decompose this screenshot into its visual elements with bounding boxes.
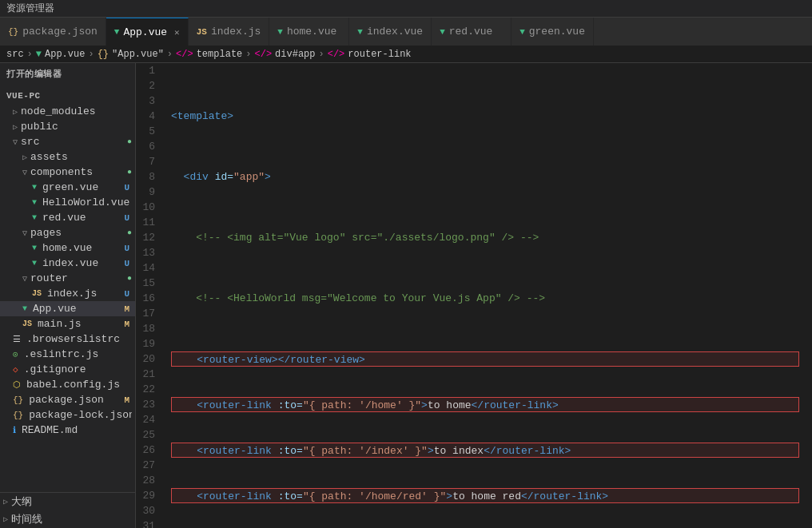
line-num-4: 4	[142, 109, 155, 124]
sidebar-item-pages[interactable]: ▽ pages ●	[0, 225, 135, 240]
sidebar-item-green-vue[interactable]: ▼ green.vue U	[0, 180, 135, 195]
js-icon: JS	[22, 320, 32, 328]
tab-label-red-vue: red.vue	[449, 26, 493, 38]
arrow-icon: ▽	[22, 168, 27, 177]
line-num-21: 21	[142, 367, 155, 382]
json-icon: {}	[13, 395, 23, 405]
line-num-13: 13	[142, 245, 155, 260]
breadcrumb-template[interactable]: template	[197, 49, 243, 60]
tab-package-json[interactable]: {} package.json	[0, 18, 106, 46]
sidebar-item-assets[interactable]: ▷ assets	[0, 149, 135, 165]
tab-index-vue[interactable]: ▼ index.vue	[349, 18, 432, 46]
sidebar-item-src[interactable]: ▽ src ●	[0, 134, 135, 149]
sidebar-item-gitignore[interactable]: ◇ .gitignore	[0, 362, 135, 377]
sidebar-item-node-modules[interactable]: ▷ node_modules	[0, 104, 135, 119]
sidebar: 打开的编辑器 VUE-PC ▷ node_modules ▷ public ▽ …	[0, 63, 136, 528]
line-num-22: 22	[142, 382, 155, 397]
tab-app-vue[interactable]: ▼ App.vue ✕	[106, 18, 189, 46]
sidebar-item-public[interactable]: ▷ public	[0, 119, 135, 134]
arrow-icon: ▷	[13, 122, 18, 132]
line-num-20: 20	[142, 351, 155, 367]
main-js-badge: M	[121, 319, 132, 330]
arrow-icon: ▷	[3, 497, 8, 506]
vue-icon: ▼	[32, 244, 37, 252]
config-icon: ☰	[13, 334, 21, 344]
tab-label-package-json: package.json	[22, 26, 98, 38]
red-vue-icon: ▼	[440, 27, 445, 37]
breadcrumb-brackets-icon: {}	[98, 49, 109, 60]
components-label: components	[30, 166, 124, 178]
breadcrumb-vue-icon: ▼	[36, 49, 42, 60]
main-js-label: main.js	[35, 318, 118, 330]
tab-label-index-vue: index.vue	[367, 26, 423, 38]
sidebar-item-helloworld[interactable]: ▼ HelloWorld.vue	[0, 195, 135, 210]
helloworld-label: HelloWorld.vue	[40, 197, 132, 208]
line-num-12: 12	[142, 230, 155, 245]
editor-area: 1 2 3 4 5 6 7 8 9 10 11 12 13 14 15 16 1…	[136, 63, 812, 528]
sidebar-item-browserslist[interactable]: ☰ .browserslistrc	[0, 331, 135, 347]
tab-red-vue[interactable]: ▼ red.vue	[432, 18, 511, 46]
tab-label-index-js: index.js	[211, 26, 261, 38]
pages-dot: ●	[127, 228, 132, 237]
sidebar-item-package-json[interactable]: {} package.json M	[0, 392, 135, 407]
breadcrumb-appvue-str[interactable]: "App.vue"	[112, 49, 164, 60]
line-num-19: 19	[142, 336, 155, 351]
router-index-js-label: index.js	[45, 288, 118, 300]
sidebar-item-home-vue[interactable]: ▼ home.vue U	[0, 240, 135, 256]
tab-index-js[interactable]: JS index.js	[189, 18, 270, 46]
line-num-26: 26	[142, 443, 155, 458]
vue-icon: ▼	[22, 304, 27, 313]
sidebar-item-babel[interactable]: ⬡ babel.config.js	[0, 377, 135, 392]
close-app-vue-button[interactable]: ✕	[174, 27, 180, 38]
code-line-2: <div id="app">	[171, 169, 806, 185]
arrow-icon: ▽	[22, 274, 27, 284]
home-vue-badge: U	[121, 243, 132, 254]
babel-icon: ⬡	[13, 379, 21, 390]
line-num-9: 9	[142, 185, 155, 200]
sidebar-item-app-vue[interactable]: ▼ App.vue M	[0, 301, 135, 316]
code-line-1: <template>	[171, 109, 806, 124]
md-icon: ℹ	[13, 425, 16, 435]
sidebar-timeline[interactable]: ▷ 时间线	[0, 510, 135, 528]
package-json-badge: M	[121, 395, 132, 406]
assets-label: assets	[30, 151, 132, 163]
line-num-17: 17	[142, 306, 155, 321]
breadcrumb-routerlink[interactable]: router-link	[348, 49, 411, 60]
sidebar-item-index-vue-pages[interactable]: ▼ index.vue U	[0, 256, 135, 271]
red-vue-badge: U	[121, 212, 132, 224]
breadcrumb-src[interactable]: src	[6, 49, 24, 60]
vue-icon: ▼	[32, 183, 37, 192]
green-vue-icon: ▼	[519, 27, 525, 37]
arrow-icon: ▷	[22, 153, 27, 162]
sidebar-outline[interactable]: ▷ 大纲	[0, 493, 135, 510]
line-num-16: 16	[142, 291, 155, 306]
line-num-1: 1	[142, 63, 155, 78]
line-num-15: 15	[142, 276, 155, 291]
breadcrumb-app-vue[interactable]: App.vue	[45, 49, 85, 60]
sidebar-item-components[interactable]: ▽ components ●	[0, 165, 135, 180]
sidebar-item-main-js[interactable]: JS main.js M	[0, 316, 135, 331]
code-line-7: <router-link :to="{ path: '/index' }">to…	[171, 443, 799, 458]
code-line-4: <!-- <HelloWorld msg="Welcome to Your Vu…	[171, 291, 806, 306]
code-editor[interactable]: 1 2 3 4 5 6 7 8 9 10 11 12 13 14 15 16 1…	[136, 63, 812, 528]
breadcrumb-divapp[interactable]: div#app	[275, 49, 315, 60]
line-num-6: 6	[142, 139, 155, 154]
sidebar-item-package-lock[interactable]: {} package-lock.json	[0, 407, 135, 423]
line-num-2: 2	[142, 78, 155, 93]
code-content[interactable]: <template> <div id="app"> <!-- <img alt=…	[165, 63, 812, 528]
line-num-5: 5	[142, 124, 155, 139]
line-num-28: 28	[142, 473, 155, 488]
components-dot: ●	[127, 168, 132, 177]
red-vue-label: red.vue	[40, 212, 118, 224]
sidebar-item-readme[interactable]: ℹ README.md	[0, 423, 135, 438]
sidebar-item-eslintrc[interactable]: ⊙ .eslintrc.js	[0, 347, 135, 362]
tab-green-vue[interactable]: ▼ green.vue	[511, 18, 594, 46]
sidebar-item-router[interactable]: ▽ router ●	[0, 271, 135, 286]
app-vue-badge: M	[121, 304, 132, 315]
sidebar-item-red-vue[interactable]: ▼ red.vue U	[0, 210, 135, 225]
tab-home-vue[interactable]: ▼ home.vue	[269, 18, 349, 46]
index-js-icon: JS	[197, 27, 207, 37]
sidebar-item-router-index-js[interactable]: JS index.js U	[0, 286, 135, 301]
json-icon: {}	[13, 411, 23, 420]
line-num-31: 31	[142, 518, 155, 528]
